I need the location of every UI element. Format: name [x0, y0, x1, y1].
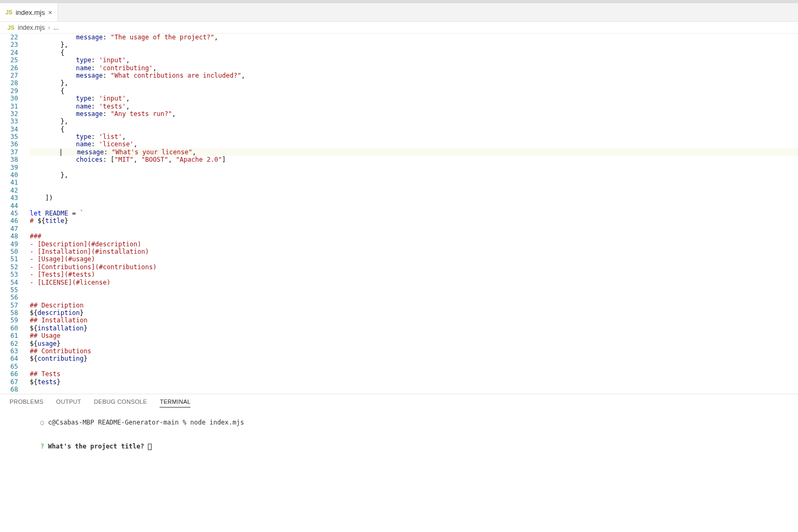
panel-tab-terminal[interactable]: TERMINAL [160, 398, 190, 408]
line-number: 46 [0, 217, 18, 225]
code-line[interactable] [30, 187, 798, 194]
line-number: 27 [0, 72, 18, 79]
code-line[interactable]: message: "Any tests run?", [30, 110, 798, 118]
code-line[interactable]: - [Installation](#installation) [30, 248, 798, 255]
line-number: 29 [0, 87, 18, 95]
line-number: 43 [0, 194, 18, 202]
code-line[interactable] [30, 225, 798, 232]
code-line[interactable]: ${usage} [30, 340, 798, 347]
code-line[interactable] [30, 202, 798, 210]
code-line[interactable]: { [30, 87, 798, 95]
line-number: 61 [0, 332, 18, 339]
code-line[interactable] [30, 164, 798, 171]
close-icon[interactable]: × [48, 9, 52, 16]
line-number: 62 [0, 340, 18, 347]
code-line[interactable]: ## Installation [30, 317, 798, 324]
breadcrumb[interactable]: JS index.mjs › ... [0, 22, 798, 34]
line-number: 57 [0, 302, 18, 309]
code-line[interactable]: type: 'input', [30, 95, 798, 102]
line-number: 47 [0, 225, 18, 232]
code-line[interactable]: name: 'tests', [30, 103, 798, 110]
code-line[interactable]: - [Tests](#tests) [30, 271, 798, 278]
line-number: 66 [0, 370, 18, 378]
code-line[interactable]: ## Tests [30, 370, 798, 378]
code-line[interactable]: { [30, 126, 798, 133]
tab-bar: JS index.mjs × [0, 3, 798, 22]
terminal-command: c@Csabas-MBP README-Generator-main % nod… [48, 419, 244, 426]
code-content[interactable]: message: "The usage of the project?", },… [30, 34, 798, 394]
line-number: 34 [0, 126, 18, 133]
code-line[interactable] [30, 393, 798, 394]
code-line[interactable]: choices: ["MIT", "BOOST", "Apache 2.0"] [30, 156, 798, 163]
code-line[interactable]: { [30, 49, 798, 56]
panel-tab-problems[interactable]: PROBLEMS [10, 398, 44, 408]
line-number: 35 [0, 133, 18, 140]
code-line[interactable]: }, [30, 79, 798, 87]
code-line[interactable]: ${contributing} [30, 355, 798, 362]
code-line[interactable]: ## Contributions [30, 347, 798, 355]
line-number: 63 [0, 347, 18, 355]
code-line[interactable]: let README = ` [30, 210, 798, 217]
line-number: 49 [0, 240, 18, 248]
code-editor[interactable]: 2223242526272829303132333435363738394041… [0, 34, 798, 394]
code-line[interactable]: type: 'list', [30, 133, 798, 140]
code-line[interactable]: message: "What contributions are include… [30, 72, 798, 79]
panel-tab-debug-console[interactable]: DEBUG CONSOLE [94, 398, 147, 408]
code-line[interactable]: ]) [30, 194, 798, 202]
code-line[interactable]: # ${title} [30, 217, 798, 225]
line-number: 24 [0, 49, 18, 56]
terminal-cursor [148, 444, 152, 450]
code-line[interactable]: ${installation} [30, 325, 798, 332]
js-file-icon: JS [5, 9, 12, 15]
code-line[interactable]: ${description} [30, 309, 798, 317]
chevron-right-icon: › [48, 24, 50, 31]
code-line[interactable] [30, 386, 798, 393]
code-line[interactable]: ${tests} [30, 378, 798, 386]
code-line[interactable]: message: "The usage of the project?", [30, 34, 798, 41]
code-line[interactable]: name: 'license', [30, 140, 798, 148]
line-number: 52 [0, 263, 18, 271]
code-line[interactable]: - [LICENSE](#license) [30, 279, 798, 286]
terminal-prompt-text: What's the project title? [48, 443, 144, 450]
line-number: 44 [0, 202, 18, 210]
line-number: 60 [0, 325, 18, 332]
line-number: 58 [0, 309, 18, 317]
line-number: 65 [0, 363, 18, 370]
line-number: 67 [0, 378, 18, 386]
line-number: 33 [0, 118, 18, 125]
panel-tab-output[interactable]: OUTPUT [56, 398, 81, 408]
code-line[interactable] [30, 179, 798, 186]
line-number: 28 [0, 79, 18, 87]
terminal-question-mark: ? [40, 443, 44, 450]
code-line[interactable]: ## Usage [30, 332, 798, 339]
line-number: 30 [0, 95, 18, 102]
code-line[interactable]: message: "What's your license", [30, 148, 798, 156]
tab-title: index.mjs [15, 9, 45, 16]
code-line[interactable]: name: 'contributing', [30, 64, 798, 72]
code-line[interactable]: }, [30, 41, 798, 48]
line-number: 37 [0, 148, 18, 156]
line-number: 25 [0, 56, 18, 64]
code-line[interactable]: - [Description](#description) [30, 240, 798, 248]
tab-index-mjs[interactable]: JS index.mjs × [0, 3, 58, 21]
code-line[interactable] [30, 294, 798, 301]
code-line[interactable] [30, 363, 798, 370]
line-number: 64 [0, 355, 18, 362]
line-number: 32 [0, 110, 18, 118]
line-number: 39 [0, 164, 18, 171]
code-line[interactable]: type: 'input', [30, 56, 798, 64]
code-line[interactable]: - [Contributions](#contributions) [30, 263, 798, 271]
line-number: 22 [0, 34, 18, 41]
code-line[interactable]: ## Description [30, 302, 798, 309]
line-number: 42 [0, 187, 18, 194]
code-line[interactable] [30, 286, 798, 294]
code-line[interactable]: }, [30, 171, 798, 179]
line-number: 40 [0, 171, 18, 179]
code-line[interactable]: - [Usage](#usage) [30, 255, 798, 263]
code-line[interactable]: ### [30, 232, 798, 240]
code-line[interactable]: }, [30, 118, 798, 125]
line-number: 31 [0, 103, 18, 110]
line-number: 59 [0, 317, 18, 324]
line-number: 68 [0, 386, 18, 393]
terminal[interactable]: ○ c@Csabas-MBP README-Generator-main % n… [0, 408, 798, 532]
